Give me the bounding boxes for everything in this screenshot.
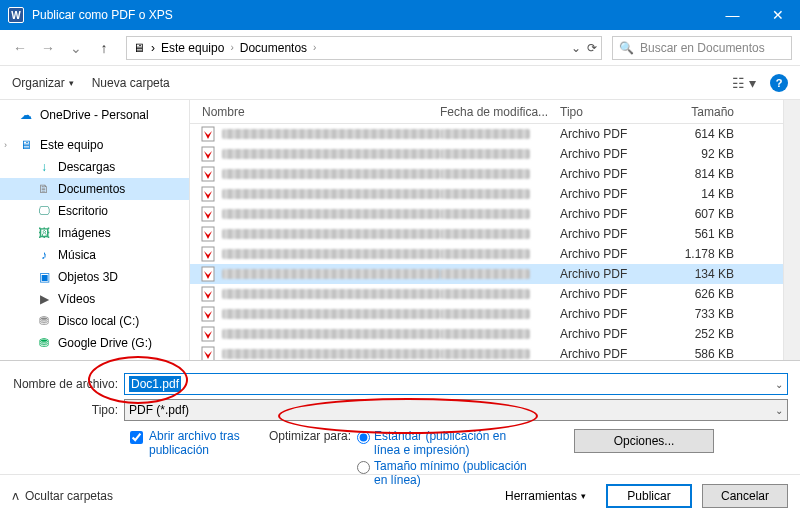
table-row[interactable]: Archivo PDF561 KB [190, 224, 783, 244]
col-size[interactable]: Tamaño [670, 105, 750, 119]
file-name-redacted [222, 209, 440, 219]
sidebar-item[interactable]: 🖵Escritorio [0, 200, 189, 222]
file-type: Archivo PDF [560, 347, 670, 360]
pdf-icon [200, 346, 216, 360]
table-row[interactable]: Archivo PDF626 KB [190, 284, 783, 304]
sidebar-item-label: Imágenes [58, 226, 111, 240]
disk-icon: ⛃ [36, 314, 52, 328]
table-row[interactable]: Archivo PDF134 KB [190, 264, 783, 284]
chevron-up-icon: ʌ [12, 489, 19, 503]
type-dropdown-icon[interactable]: ⌄ [775, 405, 783, 416]
col-type[interactable]: Tipo [560, 105, 670, 119]
file-date-redacted [440, 349, 530, 359]
pdf-icon [200, 186, 216, 202]
col-name[interactable]: Nombre [190, 105, 440, 119]
table-row[interactable]: Archivo PDF814 KB [190, 164, 783, 184]
desktop-icon: 🖵 [36, 204, 52, 218]
sidebar-item[interactable]: 🗎Documentos [0, 178, 189, 200]
sidebar-item[interactable]: ›🖥Este equipo [0, 134, 189, 156]
tools-menu[interactable]: Herramientas▾ [505, 489, 586, 503]
filename-dropdown-icon[interactable]: ⌄ [775, 379, 783, 390]
hide-folders-button[interactable]: ʌ Ocultar carpetas [12, 489, 113, 503]
sidebar-item[interactable]: ☁OneDrive - Personal [0, 104, 189, 126]
back-button[interactable]: ← [8, 36, 32, 60]
file-name-redacted [222, 169, 440, 179]
table-row[interactable]: Archivo PDF614 KB [190, 124, 783, 144]
cancel-button[interactable]: Cancelar [702, 484, 788, 508]
filename-input[interactable]: Doc1.pdf ⌄ [124, 373, 788, 395]
file-name-redacted [222, 189, 440, 199]
gdrive-icon: ⛃ [36, 336, 52, 350]
open-after-label[interactable]: Abrir archivo tras publicación [149, 429, 249, 457]
music-icon: ♪ [36, 248, 52, 262]
pdf-icon [200, 286, 216, 302]
table-row[interactable]: Archivo PDF607 KB [190, 204, 783, 224]
pdf-icon [200, 266, 216, 282]
breadcrumb[interactable]: Este equipo › Documentos › [159, 41, 318, 55]
file-name-redacted [222, 249, 440, 259]
radio-standard[interactable] [357, 431, 370, 444]
view-options-button[interactable]: ☷ ▾ [732, 75, 756, 91]
sidebar-item[interactable]: ⛃Disco local (C:) [0, 310, 189, 332]
sidebar-item[interactable]: 🖼Imágenes [0, 222, 189, 244]
forward-button[interactable]: → [36, 36, 60, 60]
file-type: Archivo PDF [560, 327, 670, 341]
radio-minimum[interactable] [357, 461, 370, 474]
radio-standard-label[interactable]: Estándar (publicación en línea e impresi… [374, 429, 534, 457]
pdf-icon [200, 126, 216, 142]
column-headers[interactable]: Nombre Fecha de modifica... Tipo Tamaño [190, 100, 783, 124]
navbar: ← → ⌄ ↑ 🖥 › Este equipo › Documentos › ⌄… [0, 30, 800, 66]
file-size: 134 KB [670, 267, 750, 281]
organize-menu[interactable]: Organizar▾ [12, 76, 74, 90]
sidebar-item[interactable]: ♪Música [0, 244, 189, 266]
close-button[interactable]: ✕ [755, 0, 800, 30]
table-row[interactable]: Archivo PDF92 KB [190, 144, 783, 164]
options-button[interactable]: Opciones... [574, 429, 714, 453]
file-type: Archivo PDF [560, 287, 670, 301]
breadcrumb-sep: › [151, 41, 155, 55]
recent-dropdown[interactable]: ⌄ [64, 36, 88, 60]
file-date-redacted [440, 149, 530, 159]
file-type: Archivo PDF [560, 187, 670, 201]
address-dropdown-icon[interactable]: ⌄ [571, 41, 581, 55]
file-date-redacted [440, 289, 530, 299]
up-button[interactable]: ↑ [92, 36, 116, 60]
table-row[interactable]: Archivo PDF1.178 KB [190, 244, 783, 264]
type-combo[interactable]: PDF (*.pdf) ⌄ [124, 399, 788, 421]
new-folder-button[interactable]: Nueva carpeta [92, 76, 170, 90]
refresh-icon[interactable]: ⟳ [587, 41, 597, 55]
table-row[interactable]: Archivo PDF14 KB [190, 184, 783, 204]
publish-button[interactable]: Publicar [606, 484, 692, 508]
table-row[interactable]: Archivo PDF586 KB [190, 344, 783, 360]
sidebar-item-label: OneDrive - Personal [40, 108, 149, 122]
sidebar-item[interactable]: ⛃Google Drive (G:) [0, 332, 189, 354]
scrollbar[interactable] [783, 100, 800, 360]
breadcrumb-item[interactable]: Este equipo [159, 41, 226, 55]
search-input[interactable]: 🔍 Buscar en Documentos [612, 36, 792, 60]
file-size: 586 KB [670, 347, 750, 360]
sidebar-item[interactable]: ▶Vídeos [0, 288, 189, 310]
pdf-icon [200, 306, 216, 322]
chevron-icon[interactable]: › [4, 140, 7, 150]
breadcrumb-item[interactable]: Documentos [238, 41, 309, 55]
file-date-redacted [440, 309, 530, 319]
sidebar-item[interactable]: ↓Descargas [0, 156, 189, 178]
minimize-button[interactable]: — [710, 0, 755, 30]
col-date[interactable]: Fecha de modifica... [440, 105, 560, 119]
sidebar-item[interactable]: ▣Objetos 3D [0, 266, 189, 288]
open-after-checkbox[interactable] [130, 431, 143, 444]
pc-icon: 🖥 [131, 40, 147, 56]
file-date-redacted [440, 249, 530, 259]
address-bar[interactable]: 🖥 › Este equipo › Documentos › ⌄ ⟳ [126, 36, 602, 60]
file-type: Archivo PDF [560, 307, 670, 321]
help-button[interactable]: ? [770, 74, 788, 92]
file-size: 252 KB [670, 327, 750, 341]
file-list: Nombre Fecha de modifica... Tipo Tamaño … [190, 100, 783, 360]
pdf-icon [200, 166, 216, 182]
table-row[interactable]: Archivo PDF733 KB [190, 304, 783, 324]
file-size: 561 KB [670, 227, 750, 241]
sidebar-item-label: Documentos [58, 182, 125, 196]
sidebar-item-label: Este equipo [40, 138, 103, 152]
sidebar: ☁OneDrive - Personal›🖥Este equipo↓Descar… [0, 100, 190, 360]
table-row[interactable]: Archivo PDF252 KB [190, 324, 783, 344]
